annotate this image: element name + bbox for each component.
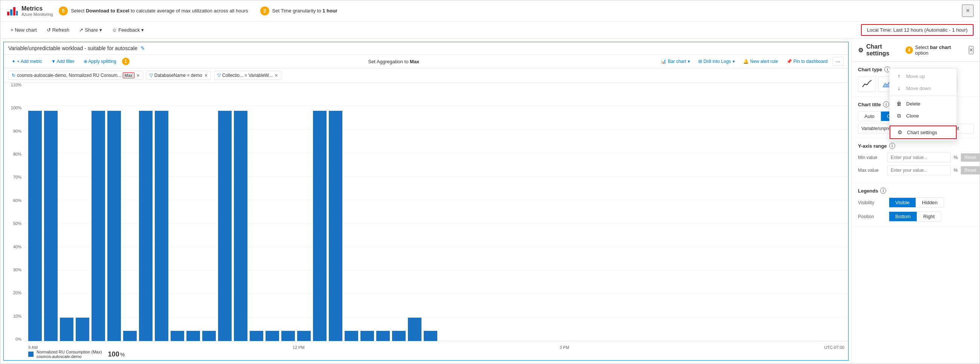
more-options-button[interactable]: ··· <box>832 57 844 66</box>
bar-chart-button[interactable]: 📊 Bar chart ▾ <box>657 57 694 65</box>
chart-right-tools: 📊 Bar chart ▾ ⊞ Drill into Logs ▾ 🔔 New … <box>657 57 844 66</box>
y-label-50: 50% <box>7 221 21 226</box>
panel-title-label: Chart settings <box>866 43 905 57</box>
aggregation-badge: 1 <box>122 57 130 65</box>
header: Metrics Azure Monitoring 5 Select Downlo… <box>0 0 980 21</box>
bars-container <box>24 83 841 341</box>
metric-name: cosmos-autoscale-demo, Normalized RU Con… <box>17 73 121 78</box>
y-label-20: 20% <box>7 291 21 295</box>
app-close-button[interactable]: × <box>962 5 974 17</box>
bar-17 <box>282 331 295 341</box>
chart-title-info-icon[interactable]: i <box>883 101 889 107</box>
visibility-visible-btn[interactable]: Visible <box>889 198 916 207</box>
tutorial-text-5: Select Download to Excel to calculate av… <box>71 8 248 14</box>
position-bottom-btn[interactable]: Bottom <box>889 212 917 221</box>
legend-sub: cosmos-autoscale-demo <box>37 354 102 359</box>
new-chart-button[interactable]: + New chart <box>6 25 41 35</box>
chart-header: Variable/unpredictable workload - suitab… <box>4 42 848 54</box>
bar-3 <box>60 318 73 341</box>
y-label-70: 70% <box>7 175 21 179</box>
bar-13 <box>218 111 232 341</box>
max-value-label: Max value <box>858 168 885 173</box>
panel-header: ⚙ Chart settings 4 Select bar chart opti… <box>852 39 980 62</box>
legend-value-block: 100 % <box>108 350 125 358</box>
bar-25 <box>408 318 422 341</box>
min-reset-button[interactable]: Reset <box>961 153 980 162</box>
refresh-label: Refresh <box>52 27 70 33</box>
min-pct-label: % <box>954 155 958 160</box>
y-label-80: 80% <box>7 152 21 156</box>
max-reset-button[interactable]: Reset <box>961 166 980 174</box>
bar-chart-label: Bar chart <box>668 59 686 64</box>
pin-icon: 📌 <box>786 59 792 64</box>
select-bar-hint: Select bar chart option <box>915 45 964 56</box>
pin-label: Pin to dashboard <box>794 59 828 64</box>
chart-toolbar: ✦ + Add metric ▼ Add filter ⊕ Apply spli… <box>4 54 848 69</box>
alert-label: New alert rule <box>750 59 778 64</box>
y-axis-label-text: Y-axis range <box>858 143 887 149</box>
edit-title-icon[interactable]: ✎ <box>140 45 145 51</box>
select-bar-badge: 4 <box>905 46 913 54</box>
tutorial-item-5: 5 Select Download to Excel to calculate … <box>59 6 248 16</box>
bar-22 <box>360 331 374 341</box>
drill-into-logs-button[interactable]: ⊞ Drill into Logs ▾ <box>695 57 738 65</box>
bar-21 <box>345 331 358 341</box>
y-axis-section-label: Y-axis range i <box>858 143 974 149</box>
new-chart-label: + New chart <box>11 27 37 33</box>
share-button[interactable]: ↗ Share ▾ <box>75 25 106 35</box>
bar-20 <box>329 111 342 341</box>
refresh-button[interactable]: ↺ Refresh <box>43 25 74 35</box>
add-metric-button[interactable]: ✦ + Add metric <box>8 57 46 65</box>
bar-24 <box>392 331 406 341</box>
tutorial-badge-2: 2 <box>260 6 269 16</box>
line-chart-svg <box>862 79 872 89</box>
app-title: Metrics <box>21 5 53 12</box>
share-label: Share <box>85 27 98 33</box>
metrics-logo-icon <box>6 5 19 17</box>
panel-close-button[interactable]: × <box>969 46 974 54</box>
chart-body: 0% 10% 20% 30% 40% 50% 60% 70% 80% 90% 1… <box>4 83 848 360</box>
chart-area: Variable/unpredictable workload - suitab… <box>3 42 848 361</box>
metric-close-icon[interactable]: × <box>137 72 140 78</box>
visibility-hidden-btn[interactable]: Hidden <box>916 198 943 207</box>
feedback-button[interactable]: ☺ Feedback ▾ <box>108 25 148 35</box>
position-right-btn[interactable]: Right <box>917 212 940 221</box>
legends-section: Legends i Visibility Visible Hidden Posi… <box>852 183 980 227</box>
bar-10 <box>170 331 184 341</box>
bar-12 <box>202 331 216 341</box>
refresh-icon: ↺ <box>47 27 51 33</box>
bar-2 <box>44 111 57 341</box>
app-subtitle: Azure Monitoring <box>21 12 53 17</box>
bar-15 <box>250 331 263 341</box>
chart-type-line[interactable] <box>858 76 876 92</box>
apply-splitting-label: ⊕ Apply splitting <box>84 59 116 64</box>
y-label-10: 10% <box>7 314 21 318</box>
pin-to-dashboard-button[interactable]: 📌 Pin to dashboard <box>783 57 831 65</box>
bar-14 <box>234 111 247 341</box>
min-value-input[interactable] <box>887 153 951 163</box>
bar-9 <box>155 111 169 341</box>
y-label-100: 100% <box>7 105 21 110</box>
y-label-90: 90% <box>7 129 21 133</box>
max-value-input[interactable] <box>887 165 951 175</box>
bar-chart-chevron-icon: ▾ <box>688 59 690 64</box>
filter2-close-icon[interactable]: × <box>275 72 278 78</box>
aggregation-tag: Max <box>123 72 134 78</box>
legends-info-icon[interactable]: i <box>880 188 886 194</box>
y-label-110: 110% <box>7 83 21 87</box>
apply-splitting-button[interactable]: ⊕ Apply splitting <box>80 57 120 65</box>
y-axis-info-icon[interactable]: i <box>889 143 895 149</box>
add-metric-icon: ✦ <box>12 59 16 64</box>
svg-rect-2 <box>13 7 16 16</box>
min-value-label: Min value <box>858 155 885 160</box>
svg-rect-1 <box>10 10 13 16</box>
time-range-button[interactable]: Local Time: Last 12 hours (Automatic - 1… <box>861 24 974 36</box>
min-value-row: Min value % Reset <box>858 153 974 163</box>
chart-title-auto-btn[interactable]: Auto <box>858 112 881 121</box>
bar-23 <box>376 331 390 341</box>
new-alert-rule-button[interactable]: 🔔 New alert rule <box>740 57 781 65</box>
add-filter-button[interactable]: ▼ Add filter <box>48 57 78 65</box>
filter1-close-icon[interactable]: × <box>205 72 207 78</box>
add-metric-label: + Add metric <box>17 59 42 64</box>
chart-title: Variable/unpredictable workload - suitab… <box>8 45 137 51</box>
